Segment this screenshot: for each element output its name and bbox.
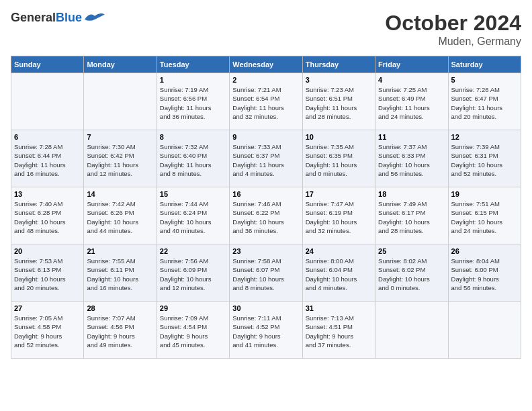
day-info: Sunrise: 7:49 AM Sunset: 6:17 PM Dayligh… — [378, 199, 445, 235]
day-info: Sunrise: 7:35 AM Sunset: 6:35 PM Dayligh… — [306, 142, 372, 178]
day-number: 25 — [378, 247, 445, 255]
calendar-cell: 9Sunrise: 7:33 AM Sunset: 6:37 PM Daylig… — [230, 130, 302, 187]
calendar-cell: 17Sunrise: 7:47 AM Sunset: 6:19 PM Dayli… — [302, 187, 375, 244]
title-block: October 2024 Muden, Germany — [385, 11, 521, 48]
calendar-cell — [448, 302, 521, 359]
day-info: Sunrise: 7:47 AM Sunset: 6:19 PM Dayligh… — [306, 199, 372, 235]
day-info: Sunrise: 8:04 AM Sunset: 6:00 PM Dayligh… — [451, 257, 518, 292]
day-number: 31 — [306, 304, 372, 312]
calendar-week-row: 13Sunrise: 7:40 AM Sunset: 6:28 PM Dayli… — [11, 187, 521, 244]
calendar-cell: 10Sunrise: 7:35 AM Sunset: 6:35 PM Dayli… — [302, 130, 375, 187]
day-info: Sunrise: 7:07 AM Sunset: 4:56 PM Dayligh… — [87, 314, 153, 349]
day-number: 26 — [451, 247, 518, 255]
day-number: 6 — [14, 133, 81, 141]
calendar-week-row: 1Sunrise: 7:19 AM Sunset: 6:56 PM Daylig… — [11, 73, 521, 130]
day-number: 23 — [232, 247, 299, 255]
day-number: 3 — [306, 76, 372, 84]
day-number: 22 — [160, 247, 226, 255]
day-info: Sunrise: 7:51 AM Sunset: 6:15 PM Dayligh… — [451, 199, 518, 235]
column-header-tuesday: Tuesday — [157, 56, 229, 73]
day-info: Sunrise: 7:46 AM Sunset: 6:22 PM Dayligh… — [232, 199, 299, 235]
day-info: Sunrise: 7:37 AM Sunset: 6:33 PM Dayligh… — [378, 142, 445, 178]
day-info: Sunrise: 7:58 AM Sunset: 6:07 PM Dayligh… — [232, 257, 299, 292]
day-info: Sunrise: 7:33 AM Sunset: 6:37 PM Dayligh… — [232, 142, 299, 178]
page-header: GeneralBlue October 2024 Muden, Germany — [11, 11, 521, 48]
day-number: 9 — [232, 133, 299, 141]
day-info: Sunrise: 7:21 AM Sunset: 6:54 PM Dayligh… — [232, 85, 299, 121]
calendar-cell: 23Sunrise: 7:58 AM Sunset: 6:07 PM Dayli… — [230, 244, 302, 302]
logo-text: GeneralBlue — [11, 11, 82, 25]
day-number: 8 — [160, 133, 226, 141]
calendar-cell: 7Sunrise: 7:30 AM Sunset: 6:42 PM Daylig… — [84, 130, 157, 187]
day-info: Sunrise: 7:25 AM Sunset: 6:49 PM Dayligh… — [378, 85, 445, 121]
calendar-cell: 25Sunrise: 8:02 AM Sunset: 6:02 PM Dayli… — [375, 244, 448, 302]
calendar-cell: 24Sunrise: 8:00 AM Sunset: 6:04 PM Dayli… — [302, 244, 375, 302]
calendar-cell: 15Sunrise: 7:44 AM Sunset: 6:24 PM Dayli… — [157, 187, 229, 244]
calendar-cell: 16Sunrise: 7:46 AM Sunset: 6:22 PM Dayli… — [230, 187, 302, 244]
day-number: 20 — [14, 247, 81, 255]
day-info: Sunrise: 7:40 AM Sunset: 6:28 PM Dayligh… — [14, 199, 81, 235]
calendar-cell: 8Sunrise: 7:32 AM Sunset: 6:40 PM Daylig… — [157, 130, 229, 187]
calendar-cell: 11Sunrise: 7:37 AM Sunset: 6:33 PM Dayli… — [375, 130, 448, 187]
day-number: 14 — [87, 190, 153, 198]
calendar-cell: 3Sunrise: 7:23 AM Sunset: 6:51 PM Daylig… — [302, 73, 375, 130]
day-info: Sunrise: 8:00 AM Sunset: 6:04 PM Dayligh… — [306, 257, 372, 292]
day-number: 10 — [306, 133, 372, 141]
day-number: 19 — [451, 190, 518, 198]
column-header-monday: Monday — [84, 56, 157, 73]
column-header-wednesday: Wednesday — [230, 56, 302, 73]
day-info: Sunrise: 7:30 AM Sunset: 6:42 PM Dayligh… — [87, 142, 153, 178]
calendar-week-row: 20Sunrise: 7:53 AM Sunset: 6:13 PM Dayli… — [11, 244, 521, 302]
day-info: Sunrise: 7:23 AM Sunset: 6:51 PM Dayligh… — [306, 85, 372, 121]
day-number: 4 — [378, 76, 445, 84]
calendar-cell: 4Sunrise: 7:25 AM Sunset: 6:49 PM Daylig… — [375, 73, 448, 130]
calendar-week-row: 27Sunrise: 7:05 AM Sunset: 4:58 PM Dayli… — [11, 302, 521, 359]
day-number: 30 — [232, 304, 299, 312]
calendar-cell: 6Sunrise: 7:28 AM Sunset: 6:44 PM Daylig… — [11, 130, 84, 187]
day-info: Sunrise: 7:55 AM Sunset: 6:11 PM Dayligh… — [87, 257, 153, 292]
calendar-cell: 28Sunrise: 7:07 AM Sunset: 4:56 PM Dayli… — [84, 302, 157, 359]
calendar-cell: 5Sunrise: 7:26 AM Sunset: 6:47 PM Daylig… — [448, 73, 521, 130]
calendar-cell: 30Sunrise: 7:11 AM Sunset: 4:52 PM Dayli… — [230, 302, 302, 359]
day-number: 2 — [232, 76, 299, 84]
day-info: Sunrise: 7:09 AM Sunset: 4:54 PM Dayligh… — [160, 314, 226, 349]
calendar-cell — [84, 73, 157, 130]
column-header-friday: Friday — [375, 56, 448, 73]
calendar-cell: 22Sunrise: 7:56 AM Sunset: 6:09 PM Dayli… — [157, 244, 229, 302]
header-row: SundayMondayTuesdayWednesdayThursdayFrid… — [11, 56, 521, 73]
day-info: Sunrise: 7:28 AM Sunset: 6:44 PM Dayligh… — [14, 142, 81, 178]
day-info: Sunrise: 7:56 AM Sunset: 6:09 PM Dayligh… — [160, 257, 226, 292]
day-info: Sunrise: 7:11 AM Sunset: 4:52 PM Dayligh… — [232, 314, 299, 349]
logo-blue: Blue — [56, 11, 82, 24]
day-info: Sunrise: 7:13 AM Sunset: 4:51 PM Dayligh… — [306, 314, 372, 349]
day-number: 24 — [306, 247, 372, 255]
calendar-cell — [11, 73, 84, 130]
calendar-table: SundayMondayTuesdayWednesdayThursdayFrid… — [11, 56, 521, 359]
day-info: Sunrise: 8:02 AM Sunset: 6:02 PM Dayligh… — [378, 257, 445, 292]
day-number: 5 — [451, 76, 518, 84]
column-header-saturday: Saturday — [448, 56, 521, 73]
calendar-cell: 13Sunrise: 7:40 AM Sunset: 6:28 PM Dayli… — [11, 187, 84, 244]
logo-bird-icon — [85, 11, 105, 25]
day-number: 18 — [378, 190, 445, 198]
day-number: 11 — [378, 133, 445, 141]
calendar-cell: 26Sunrise: 8:04 AM Sunset: 6:00 PM Dayli… — [448, 244, 521, 302]
calendar-cell: 29Sunrise: 7:09 AM Sunset: 4:54 PM Dayli… — [157, 302, 229, 359]
day-info: Sunrise: 7:42 AM Sunset: 6:26 PM Dayligh… — [87, 199, 153, 235]
column-header-sunday: Sunday — [11, 56, 84, 73]
calendar-week-row: 6Sunrise: 7:28 AM Sunset: 6:44 PM Daylig… — [11, 130, 521, 187]
day-number: 28 — [87, 304, 153, 312]
day-info: Sunrise: 7:32 AM Sunset: 6:40 PM Dayligh… — [160, 142, 226, 178]
logo-general: General — [11, 11, 56, 24]
calendar-cell: 18Sunrise: 7:49 AM Sunset: 6:17 PM Dayli… — [375, 187, 448, 244]
location-title: Muden, Germany — [385, 36, 521, 48]
day-number: 27 — [14, 304, 81, 312]
calendar-cell: 2Sunrise: 7:21 AM Sunset: 6:54 PM Daylig… — [230, 73, 302, 130]
day-number: 1 — [160, 76, 226, 84]
day-info: Sunrise: 7:19 AM Sunset: 6:56 PM Dayligh… — [160, 85, 226, 121]
calendar-cell: 21Sunrise: 7:55 AM Sunset: 6:11 PM Dayli… — [84, 244, 157, 302]
day-info: Sunrise: 7:44 AM Sunset: 6:24 PM Dayligh… — [160, 199, 226, 235]
calendar-cell: 12Sunrise: 7:39 AM Sunset: 6:31 PM Dayli… — [448, 130, 521, 187]
day-info: Sunrise: 7:26 AM Sunset: 6:47 PM Dayligh… — [451, 85, 518, 121]
month-title: October 2024 — [385, 11, 521, 36]
